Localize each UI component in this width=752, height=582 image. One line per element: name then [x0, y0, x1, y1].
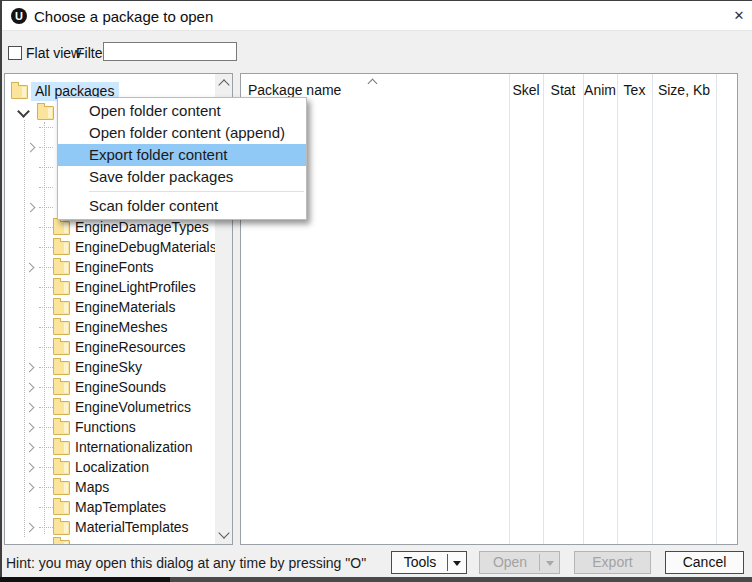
package-list-panel: Package name Skel Stat Anim Tex Size, Kb	[240, 73, 738, 545]
chevron-right-icon[interactable]	[25, 363, 35, 373]
folder-icon	[53, 501, 70, 515]
tree-item[interactable]: Functions	[5, 417, 215, 437]
tree-connector	[39, 367, 53, 369]
tree-item-label: EngineFonts	[75, 257, 154, 277]
tree-connector	[39, 427, 53, 429]
folder-icon	[53, 261, 70, 275]
folder-icon	[53, 421, 70, 435]
column-header-package-name[interactable]: Package name	[248, 82, 341, 98]
tree-connector	[39, 387, 53, 389]
tree-item[interactable]: Internationalization	[5, 437, 215, 457]
tree-item[interactable]: EngineResources	[5, 337, 215, 357]
tree-item[interactable]: Maps	[5, 477, 215, 497]
cancel-button[interactable]: Cancel	[665, 551, 744, 574]
folder-icon	[11, 85, 28, 99]
column-divider	[543, 74, 544, 544]
menu-separator	[89, 191, 304, 192]
tree-connector	[39, 227, 53, 229]
tree-item[interactable]: EngineMeshes	[5, 317, 215, 337]
export-button[interactable]: Export	[574, 551, 651, 574]
tree-item[interactable]: MapTemplates	[5, 497, 215, 517]
folder-icon	[53, 521, 70, 535]
window-title: Choose a package to open	[34, 8, 213, 25]
folder-icon	[53, 321, 70, 335]
tree-item[interactable]: MaterialTemplates	[5, 517, 215, 537]
menu-item-export-folder-content[interactable]: Export folder content	[58, 144, 306, 166]
column-header-anim[interactable]: Anim	[583, 82, 617, 98]
folder-icon	[53, 241, 70, 255]
hint-text: Hint: you may open this dialog at any ti…	[6, 555, 366, 571]
window-edge-bottom	[0, 577, 752, 582]
column-divider	[617, 74, 618, 544]
tree-item-label: EngineSounds	[75, 377, 166, 397]
chevron-right-icon[interactable]	[25, 483, 35, 493]
chevron-right-icon[interactable]	[25, 523, 35, 533]
folder-icon	[53, 401, 70, 415]
menu-item-open-folder-content[interactable]: Open folder content	[58, 100, 306, 122]
split-divider	[539, 554, 540, 571]
tree-item[interactable]: EngineFonts	[5, 257, 215, 277]
context-menu: Open folder content Open folder content …	[57, 97, 307, 220]
tree-item[interactable]: EngineVolumetrics	[5, 397, 215, 417]
tree-connector	[39, 347, 53, 349]
folder-icon	[53, 441, 70, 455]
scroll-down-icon[interactable]	[218, 527, 229, 538]
folder-icon	[53, 281, 70, 295]
scroll-up-icon[interactable]	[218, 79, 229, 90]
tree-item-label: MaterialTemplates	[75, 517, 189, 537]
tree-item-label: EngineDebugMaterials	[75, 237, 217, 257]
menu-item-open-folder-content-append[interactable]: Open folder content (append)	[58, 122, 306, 144]
close-icon[interactable]: ✕	[728, 7, 750, 25]
folder-icon	[53, 341, 70, 355]
column-header-tex[interactable]: Tex	[617, 82, 652, 98]
tree-item[interactable]: EngineSky	[5, 357, 215, 377]
tree-item[interactable]: EngineDebugMaterials	[5, 237, 215, 257]
chevron-right-icon[interactable]	[25, 443, 35, 453]
tree-connector	[39, 467, 53, 469]
tree-item[interactable]: Localization	[5, 457, 215, 477]
cancel-button-label: Cancel	[683, 554, 727, 570]
dropdown-arrow-icon[interactable]	[453, 561, 461, 566]
tools-button[interactable]: Tools	[391, 551, 467, 574]
chevron-right-icon[interactable]	[26, 203, 36, 213]
folder-icon	[53, 540, 70, 545]
tools-button-label: Tools	[392, 552, 448, 573]
tree-item[interactable]: EngineDamageTypes	[5, 217, 215, 237]
chevron-right-icon[interactable]	[25, 423, 35, 433]
tree-item-label: EngineResources	[75, 337, 186, 357]
folder-icon	[53, 221, 70, 235]
chevron-right-icon[interactable]	[26, 143, 36, 153]
column-header-size[interactable]: Size, Kb	[652, 82, 716, 98]
tree-item-partial[interactable]	[5, 537, 215, 545]
chevron-down-icon[interactable]	[17, 105, 30, 118]
tree-connector	[39, 307, 53, 309]
title-bar: U Choose a package to open ✕	[2, 1, 752, 31]
chevron-right-icon[interactable]	[25, 263, 35, 273]
tree-connector	[39, 267, 53, 269]
tree-item[interactable]: EngineLightProfiles	[5, 277, 215, 297]
tree-item[interactable]: EngineSounds	[5, 377, 215, 397]
tree-item[interactable]: EngineMaterials	[5, 297, 215, 317]
open-button[interactable]: Open	[479, 551, 560, 574]
folder-icon	[53, 361, 70, 375]
unreal-logo-icon: U	[11, 8, 27, 24]
folder-icon	[53, 301, 70, 315]
tree-item-label: Localization	[75, 457, 149, 477]
tree-item-label: EngineVolumetrics	[75, 397, 191, 417]
window-edge-left	[0, 0, 2, 582]
menu-item-save-folder-packages[interactable]: Save folder packages	[58, 166, 306, 188]
chevron-right-icon[interactable]	[25, 403, 35, 413]
chevron-right-icon[interactable]	[25, 383, 35, 393]
column-divider	[652, 74, 653, 544]
filter-input[interactable]	[103, 42, 237, 61]
tree-connector	[39, 147, 53, 149]
chevron-right-icon[interactable]	[25, 463, 35, 473]
tree-item-label: EngineDamageTypes	[75, 217, 209, 237]
column-divider	[716, 74, 717, 544]
column-header-skel[interactable]: Skel	[509, 82, 543, 98]
tree-item-label: MapTemplates	[75, 497, 166, 517]
column-header-stat[interactable]: Stat	[543, 82, 583, 98]
flat-view-checkbox[interactable]	[8, 46, 22, 60]
menu-item-scan-folder-content[interactable]: Scan folder content	[58, 195, 306, 217]
tree-connector	[39, 167, 53, 169]
